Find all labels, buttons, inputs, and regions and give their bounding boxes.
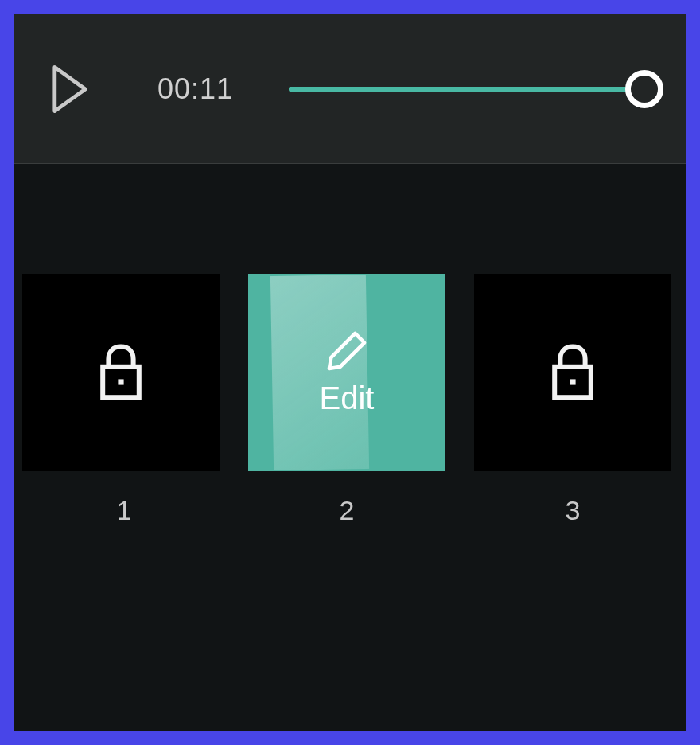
play-icon <box>49 65 91 113</box>
pencil-icon <box>324 328 370 374</box>
lock-icon <box>96 344 146 401</box>
play-button[interactable] <box>46 65 94 113</box>
tile-number-1: 1 <box>117 495 132 526</box>
tile-number-2: 2 <box>340 495 355 526</box>
svg-rect-1 <box>118 379 123 384</box>
edit-label: Edit <box>320 380 375 416</box>
tile-overlay: Edit <box>320 328 375 416</box>
app-frame: 00:11 1 <box>14 14 686 731</box>
tile-3[interactable] <box>474 274 671 471</box>
tile-group-3: 3 <box>474 274 671 526</box>
content-area: 1 Edit 2 <box>14 164 686 731</box>
player-bar: 00:11 <box>14 14 686 164</box>
tile-group-2: Edit 2 <box>248 274 445 526</box>
tile-number-3: 3 <box>566 495 581 526</box>
progress-track <box>289 87 662 92</box>
tile-row: 1 Edit 2 <box>14 274 686 526</box>
tile-1[interactable] <box>22 274 220 471</box>
timecode-display: 00:11 <box>158 72 233 106</box>
svg-rect-3 <box>570 379 575 384</box>
lock-icon <box>548 344 597 401</box>
progress-handle[interactable] <box>625 70 663 108</box>
progress-bar[interactable] <box>289 65 662 113</box>
tile-2-edit[interactable]: Edit <box>248 274 445 471</box>
tile-group-1: 1 <box>29 274 220 526</box>
